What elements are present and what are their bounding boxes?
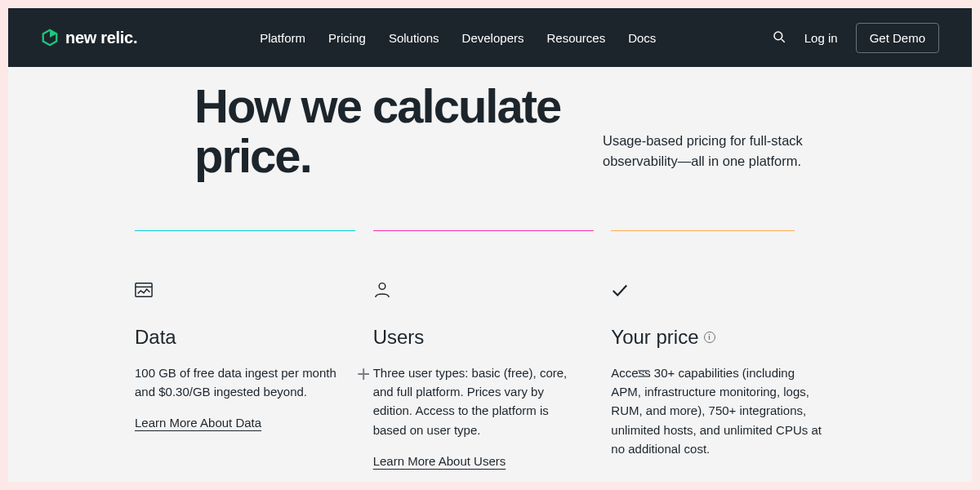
svg-point-0 — [774, 32, 782, 40]
plus-operator: + — [357, 361, 370, 387]
column-users-body: Three user types: basic (free), core, an… — [373, 363, 577, 439]
svg-point-4 — [379, 283, 385, 289]
nav-right: Log in Get Demo — [772, 23, 939, 53]
get-demo-button[interactable]: Get Demo — [856, 23, 939, 53]
learn-more-users-link[interactable]: Learn More About Users — [373, 454, 506, 468]
data-icon — [135, 282, 357, 300]
column-data-body: 100 GB of free data ingest per month and… — [135, 363, 339, 402]
check-icon — [611, 282, 833, 300]
main-content: How we calculate price. Usage-based pric… — [8, 67, 972, 473]
hero-subtitle: Usage-based pricing for full-stack obser… — [603, 131, 831, 181]
column-data: Data 100 GB of free data ingest per mont… — [135, 230, 373, 473]
user-icon — [373, 282, 595, 300]
nav-docs[interactable]: Docs — [628, 31, 656, 45]
nav-platform[interactable]: Platform — [260, 31, 305, 45]
nav-developers[interactable]: Developers — [462, 31, 524, 45]
nav-resources[interactable]: Resources — [546, 31, 605, 45]
hero-section: How we calculate price. Usage-based pric… — [8, 67, 972, 181]
pricing-columns: Data 100 GB of free data ingest per mont… — [8, 230, 972, 473]
nav-solutions[interactable]: Solutions — [389, 31, 439, 45]
column-data-title: Data — [135, 326, 357, 349]
column-price: Your price i Access 30+ capabilities (in… — [611, 230, 849, 473]
newrelic-logo-icon — [41, 29, 59, 47]
column-users-title: Users — [373, 326, 595, 349]
svg-rect-2 — [136, 283, 152, 297]
info-icon[interactable]: i — [704, 332, 715, 343]
nav-links: Platform Pricing Solutions Developers Re… — [260, 31, 656, 45]
column-price-title: Your price i — [611, 326, 833, 349]
column-price-title-text: Your price — [611, 326, 698, 349]
accent-rule-data — [135, 230, 355, 231]
hero-left: How we calculate price. — [194, 82, 586, 181]
svg-line-1 — [782, 39, 785, 42]
top-navbar: new relic. Platform Pricing Solutions De… — [8, 8, 972, 67]
column-users: Users Three user types: basic (free), co… — [373, 230, 612, 473]
nav-pricing[interactable]: Pricing — [328, 31, 366, 45]
equals-operator: = — [637, 361, 647, 387]
brand-name: new relic. — [65, 29, 137, 47]
page-root: new relic. Platform Pricing Solutions De… — [8, 8, 972, 482]
accent-rule-price — [611, 230, 795, 231]
login-link[interactable]: Log in — [804, 31, 838, 45]
search-icon[interactable] — [772, 29, 786, 47]
accent-rule-users — [373, 230, 594, 231]
learn-more-data-link[interactable]: Learn More About Data — [135, 416, 261, 430]
page-title: How we calculate price. — [194, 82, 586, 181]
brand-logo[interactable]: new relic. — [41, 29, 137, 47]
